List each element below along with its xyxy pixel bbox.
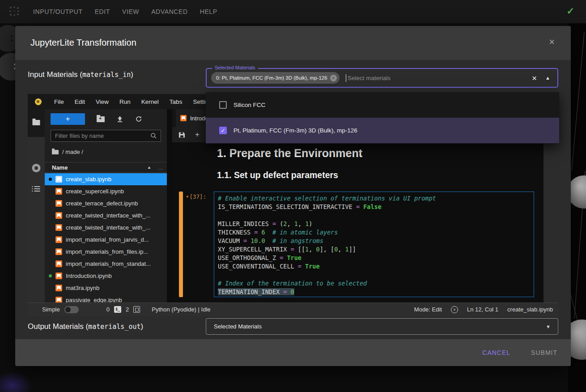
app-logo-icon bbox=[10, 7, 12, 9]
file-row[interactable]: create_supercell.ipynb bbox=[45, 185, 167, 197]
cancel-button[interactable]: CANCEL bbox=[482, 349, 510, 356]
select-materials-placeholder[interactable]: Select materials bbox=[348, 75, 391, 81]
dialog-footer: CANCEL SUBMIT bbox=[15, 339, 571, 366]
sort-ascending-icon[interactable]: ▲ bbox=[147, 165, 151, 170]
dialog-header: JupyterLite Transformation × bbox=[15, 26, 571, 60]
checkbox-checked-icon[interactable]: ✓ bbox=[219, 127, 227, 134]
dropdown-option[interactable]: Silicon FCC bbox=[206, 92, 559, 118]
new-launcher-button[interactable]: + bbox=[51, 113, 85, 125]
selected-materials-field[interactable]: Selected Materials 0: Pt, Platinum, FCC … bbox=[206, 68, 558, 88]
file-row[interactable]: create_twisted_interface_with_... bbox=[45, 209, 167, 222]
material-chip[interactable]: 0: Pt, Platinum, FCC (Fm-3m) 3D (Bulk), … bbox=[211, 72, 340, 84]
code-line: VACUUM = 10.0 # in angstroms bbox=[218, 237, 530, 245]
upload-icon[interactable] bbox=[116, 115, 123, 123]
file-name: create_terrace_defect.ipynb bbox=[66, 200, 138, 207]
code-line: TERMINATION_INDEX = 0 bbox=[218, 288, 530, 296]
file-list-header[interactable]: Name ▲ … bbox=[45, 162, 167, 173]
file-browser-icon[interactable] bbox=[33, 120, 40, 125]
code-line: # Enable interactive selection of termin… bbox=[218, 194, 530, 203]
app-menu-item-advanced[interactable]: ADVANCED bbox=[151, 8, 188, 15]
file-row[interactable]: import_material_from_jarvis_d... bbox=[45, 234, 167, 246]
file-row[interactable]: create_twisted_interface_with_... bbox=[45, 222, 167, 234]
notebook-file-icon bbox=[55, 285, 62, 291]
file-row[interactable]: create_slab.ipynb bbox=[45, 173, 167, 185]
terminal-icon[interactable]: $_ bbox=[114, 306, 121, 313]
file-row[interactable]: Introduction.ipynb bbox=[45, 270, 167, 282]
code-line: IS_TERMINATIONS_SELECTION_INTERACTIVE = … bbox=[218, 203, 530, 211]
output-materials-select[interactable]: Selected Materials ▼ bbox=[206, 318, 558, 335]
folder-icon bbox=[52, 150, 59, 154]
app-menus: INPUT/OUTPUTEDITVIEWADVANCEDHELP bbox=[33, 0, 217, 23]
dropdown-option[interactable]: ✓Pt, Platinum, FCC (Fm-3m) 3D (Bulk), mp… bbox=[206, 118, 559, 143]
code-line: THICKNESS = 6 # in atomic layers bbox=[218, 228, 530, 237]
save-icon[interactable] bbox=[178, 132, 185, 138]
jupyter-menu-tabs[interactable]: Tabs bbox=[164, 98, 188, 105]
file-row[interactable]: create_terrace_defect.ipynb bbox=[45, 197, 167, 209]
jupyter-menus: FileEditViewRunKernelTabsSettings bbox=[49, 98, 220, 105]
more-options-icon[interactable]: … bbox=[157, 164, 163, 171]
jupyter-menu-kernel[interactable]: Kernel bbox=[136, 98, 164, 105]
refresh-icon[interactable] bbox=[135, 115, 142, 123]
label-code: materials_in bbox=[82, 71, 131, 79]
file-name: import_materials_from_standat... bbox=[66, 260, 151, 267]
file-browser-panel: + Filter files by name bbox=[45, 109, 167, 303]
cell-collapser-bar[interactable] bbox=[179, 192, 183, 297]
file-row[interactable]: mat3ra.ipynb bbox=[45, 282, 167, 294]
notebook-content[interactable]: 1. Prepare the Environment 1.1. Set up d… bbox=[172, 142, 544, 303]
table-of-contents-icon[interactable] bbox=[34, 186, 40, 187]
code-line: USE_ORTHOGONAL_Z = True bbox=[218, 254, 530, 262]
app-menu-item-edit[interactable]: EDIT bbox=[95, 8, 110, 15]
jupyter-status-bar: Simple 0 $_ 2 Python (Pyodide) | Idle Mo… bbox=[28, 303, 558, 316]
code-cell-editor[interactable]: # Enable interactive selection of termin… bbox=[214, 192, 534, 297]
close-icon[interactable]: × bbox=[549, 37, 555, 47]
kernel-status[interactable]: Python (Pyodide) | Idle bbox=[152, 306, 210, 313]
app-menu-item-inputoutput[interactable]: INPUT/OUTPUT bbox=[33, 8, 83, 15]
output-materials-label: Output Materials (materials_out) bbox=[28, 322, 143, 331]
breadcrumb[interactable]: / made / bbox=[52, 149, 83, 155]
file-row[interactable]: import_materials_from_files.ip... bbox=[45, 246, 167, 258]
input-materials-label: Input Materials (materials_in) bbox=[28, 70, 133, 79]
filter-placeholder: Filter files by name bbox=[55, 132, 150, 139]
terminals-count[interactable]: 0 bbox=[106, 306, 110, 313]
running-kernels-icon[interactable] bbox=[32, 164, 41, 172]
chevron-up-icon[interactable]: ▲ bbox=[545, 75, 550, 81]
add-cell-icon[interactable]: + bbox=[195, 130, 200, 139]
kernel-chip-icon[interactable] bbox=[133, 306, 140, 313]
check-icon[interactable]: ✓ bbox=[566, 6, 574, 17]
simple-mode-toggle[interactable] bbox=[64, 306, 79, 313]
code-line bbox=[218, 271, 530, 279]
notebook-file-icon bbox=[55, 236, 62, 243]
jupyter-menu-view[interactable]: View bbox=[90, 98, 114, 105]
code-line: MILLER_INDICES = (2, 1, 1) bbox=[218, 220, 530, 228]
filter-files-input[interactable]: Filter files by name bbox=[51, 130, 161, 142]
app-menu-item-view[interactable]: VIEW bbox=[122, 8, 139, 15]
notebook-file-icon bbox=[55, 212, 62, 219]
code-line: # Index of the termination to be selecte… bbox=[218, 279, 530, 288]
checkbox-unchecked-icon[interactable] bbox=[219, 101, 227, 109]
file-name: create_supercell.ipynb bbox=[66, 188, 124, 195]
new-folder-icon[interactable] bbox=[97, 116, 105, 122]
kernels-count[interactable]: 2 bbox=[126, 306, 129, 313]
file-name: import_material_from_jarvis_d... bbox=[66, 236, 149, 243]
jupyter-menu-edit[interactable]: Edit bbox=[69, 98, 90, 105]
not-trusted-icon[interactable]: × bbox=[451, 306, 458, 313]
app-menu-bar: INPUT/OUTPUTEDITVIEWADVANCEDHELP ✓ bbox=[0, 0, 586, 23]
label-text: Output Materials ( bbox=[28, 322, 88, 331]
jupyter-menu-file[interactable]: File bbox=[49, 98, 69, 105]
file-row[interactable]: passivate_edge.ipynb bbox=[45, 294, 167, 303]
app-menu-item-help[interactable]: HELP bbox=[200, 8, 217, 15]
notebook-file-icon bbox=[55, 248, 62, 255]
submit-button[interactable]: SUBMIT bbox=[531, 349, 557, 356]
cursor-position[interactable]: Ln 12, Col 1 bbox=[467, 306, 498, 313]
jupyter-menu-run[interactable]: Run bbox=[114, 98, 136, 105]
kernel-running-indicator bbox=[49, 274, 52, 277]
clear-selection-icon[interactable]: × bbox=[532, 73, 537, 83]
chip-delete-icon[interactable]: × bbox=[330, 75, 337, 81]
mode-indicator[interactable]: Mode: Edit bbox=[414, 306, 442, 313]
markdown-heading-2: 1.1. Set up defect parameters bbox=[217, 170, 338, 180]
code-line: XY_SUPERCELL_MATRIX = [[1, 0], [0, 1]] bbox=[218, 245, 530, 254]
active-file-name[interactable]: create_slab.ipynb bbox=[507, 306, 553, 313]
file-row[interactable]: import_materials_from_standat... bbox=[45, 258, 167, 270]
text-cursor bbox=[346, 74, 347, 82]
lightbulb-icon[interactable] bbox=[35, 98, 42, 105]
